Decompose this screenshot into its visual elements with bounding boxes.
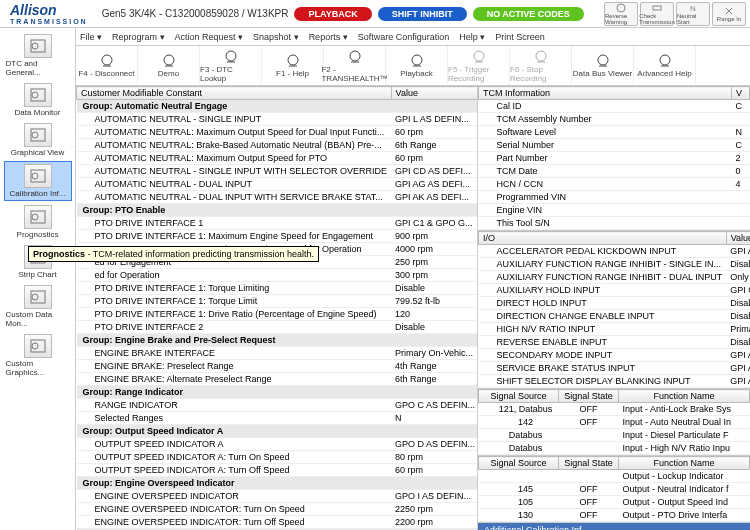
sidebar-item-1[interactable]: Data Monitor <box>4 81 72 119</box>
menu-item-0[interactable]: File ▾ <box>80 32 102 42</box>
constant-name[interactable]: AUTOMATIC NEUTRAL - DUAL INPUT WITH SERV… <box>77 191 392 204</box>
constant-value[interactable]: 6th Range <box>391 373 478 386</box>
group-row[interactable]: Group: PTO Enable <box>77 204 479 217</box>
constant-name[interactable]: PTO DRIVE INTERFACE 1: Drive Ratio (Perc… <box>77 308 392 321</box>
constant-value[interactable]: 2250 rpm <box>391 503 478 516</box>
toolbar-btn-9[interactable]: Advanced Help <box>634 46 696 85</box>
constant-name[interactable]: PTO DRIVE INTERFACE 1: Torque Limiting <box>77 282 392 295</box>
menu-item-1[interactable]: Reprogram ▾ <box>112 32 165 42</box>
constant-name[interactable]: ENGINE BRAKE: Alternate Preselect Range <box>77 373 392 386</box>
sig-func[interactable]: Output - Neutral Indicator f <box>619 483 750 496</box>
toolbar-btn-2[interactable]: F3 - DTC Lookup <box>200 46 262 85</box>
group-row[interactable]: Group: Engine Overspeed Indicator <box>77 477 479 490</box>
constant-value[interactable]: GPO I AS DEFIN... <box>391 490 478 503</box>
constant-value[interactable]: Disable <box>391 282 478 295</box>
menu-item-5[interactable]: Software Configuration <box>358 32 450 42</box>
io-header[interactable]: I/O <box>479 232 727 245</box>
io-name[interactable]: HIGH N/V RATIO INPUT <box>479 323 727 336</box>
neutral-start-icon[interactable]: NNeutral Start <box>676 2 710 26</box>
tcm-header[interactable]: TCM Information <box>479 87 732 100</box>
constant-name[interactable]: ENGINE OVERSPEED INDICATOR: Turn On Spee… <box>77 503 392 516</box>
io-name[interactable]: AUXILIARY FUNCTION RANGE INHIBIT - SINGL… <box>479 258 727 271</box>
group-row[interactable]: Group: Automatic Neutral Engage <box>77 100 479 113</box>
io-name[interactable]: REVERSE ENABLE INPUT <box>479 336 727 349</box>
constant-name[interactable]: PTO DRIVE INTERFACE 1: Torque Limit <box>77 295 392 308</box>
sig-source[interactable]: 105 <box>479 496 559 509</box>
constant-name[interactable]: PTO DRIVE INTERFACE 1: Maximum Engine Sp… <box>77 230 392 243</box>
toolbar-btn-3[interactable]: F1 - Help <box>262 46 324 85</box>
toolbar-btn-5[interactable]: Playback <box>386 46 448 85</box>
constant-value[interactable]: N <box>391 412 478 425</box>
col-constant[interactable]: Customer Modifiable Constant <box>77 87 392 100</box>
range-in-icon[interactable]: Range In <box>712 2 746 26</box>
constant-value[interactable]: GPI AG AS DEFI... <box>391 178 478 191</box>
sig-func[interactable]: Output - Lockup Indicator <box>619 470 750 483</box>
menu-item-3[interactable]: Snapshot ▾ <box>253 32 299 42</box>
tcm-name[interactable]: Engine VIN <box>479 204 732 217</box>
sig-source[interactable]: 142 <box>479 416 559 429</box>
tcm-name[interactable]: Part Number <box>479 152 732 165</box>
menu-item-7[interactable]: Print Screen <box>495 32 545 42</box>
sig-func[interactable]: Input - Diesel Particulate F <box>619 429 750 442</box>
constant-name[interactable]: ENGINE OVERSPEED INDICATOR <box>77 490 392 503</box>
sig-source[interactable]: 121, Databus <box>479 403 559 416</box>
col-value[interactable]: Value <box>391 87 478 100</box>
io-name[interactable]: SERVICE BRAKE STATUS INPUT <box>479 362 727 375</box>
constants-table[interactable]: Customer Modifiable ConstantValue Group:… <box>76 86 478 530</box>
io-name[interactable]: DIRECTION CHANGE ENABLE INPUT <box>479 310 727 323</box>
sig-func[interactable]: Input - High N/V Ratio Inpu <box>619 442 750 455</box>
constant-value[interactable]: Primary On-Vehic... <box>391 347 478 360</box>
sig-func[interactable]: Input - Anti-Lock Brake Sys <box>619 403 750 416</box>
reverse-warning-icon[interactable]: Reverse Warning <box>604 2 638 26</box>
tcm-name[interactable]: Serial Number <box>479 139 732 152</box>
constant-value[interactable]: GPO C AS DEFIN... <box>391 399 478 412</box>
sig-source[interactable]: Databus <box>479 442 559 455</box>
tcm-name[interactable]: HCN / CCN <box>479 178 732 191</box>
constant-value[interactable]: 120 <box>391 308 478 321</box>
io-name[interactable]: AUXILIARY HOLD INPUT <box>479 284 727 297</box>
sig-source[interactable]: Databus <box>479 429 559 442</box>
constant-name[interactable]: OUTPUT SPEED INDICATOR A: Turn Off Speed <box>77 464 392 477</box>
tcm-name[interactable]: This Tool S/N <box>479 217 732 230</box>
constant-value[interactable]: 4th Range <box>391 360 478 373</box>
constant-name[interactable]: AUTOMATIC NEUTRAL - DUAL INPUT <box>77 178 392 191</box>
sig-source[interactable]: 145 <box>479 483 559 496</box>
sidebar-item-6[interactable]: Custom Data Mon... <box>4 283 72 330</box>
toolbar-btn-1[interactable]: Demo <box>138 46 200 85</box>
menu-item-4[interactable]: Reports ▾ <box>309 32 348 42</box>
constant-name[interactable]: Selected Ranges <box>77 412 392 425</box>
constant-name[interactable]: AUTOMATIC NEUTRAL: Maximum Output Speed … <box>77 126 392 139</box>
constant-value[interactable]: Disable <box>391 321 478 334</box>
constant-name[interactable]: ENGINE BRAKE: Preselect Range <box>77 360 392 373</box>
constant-name[interactable]: ENGINE OVERSPEED INDICATOR: Turn Off Spe… <box>77 516 392 529</box>
constant-name[interactable]: OUTPUT SPEED INDICATOR A <box>77 438 392 451</box>
tcm-name[interactable]: TCM Assembly Number <box>479 113 732 126</box>
tcm-name[interactable]: Programmed VIN <box>479 191 732 204</box>
constant-value[interactable]: GPI C1 & GPO G... <box>391 217 478 230</box>
tcm-name[interactable]: Software Level <box>479 126 732 139</box>
tcm-name[interactable]: TCM Date <box>479 165 732 178</box>
constant-value[interactable]: GPI CD AS DEFI... <box>391 165 478 178</box>
sig-source[interactable]: 130 <box>479 509 559 522</box>
io-name[interactable]: SECONDARY MODE INPUT <box>479 349 727 362</box>
constant-value[interactable]: GPI AK AS DEFI... <box>391 191 478 204</box>
toolbar-btn-4[interactable]: F2 - TRANSHEALTH™ <box>324 46 386 85</box>
constant-value[interactable]: 250 rpm <box>391 256 478 269</box>
constant-value[interactable]: 900 rpm <box>391 230 478 243</box>
footer-bar[interactable]: Additional Calibration Inf <box>478 523 750 530</box>
signal-table-1[interactable]: Signal SourceSignal StateFunction Name 1… <box>478 389 750 455</box>
tcm-name[interactable]: Cal ID <box>479 100 732 113</box>
constant-value[interactable]: 300 rpm <box>391 269 478 282</box>
sig-func[interactable]: Input - Auto Neutral Dual In <box>619 416 750 429</box>
constant-name[interactable]: AUTOMATIC NEUTRAL - SINGLE INPUT WITH SE… <box>77 165 392 178</box>
constant-value[interactable]: 4000 rpm <box>391 243 478 256</box>
constant-value[interactable]: GPI L AS DEFIN... <box>391 113 478 126</box>
tcm-table[interactable]: TCM InformationV Cal IDCTCM Assembly Num… <box>478 86 750 230</box>
constant-value[interactable]: 60 rpm <box>391 464 478 477</box>
toolbar-btn-0[interactable]: F4 - Disconnect <box>76 46 138 85</box>
io-name[interactable]: SHIFT SELECTOR DISPLAY BLANKING INPUT <box>479 375 727 388</box>
io-name[interactable]: ACCELERATOR PEDAL KICKDOWN INPUT <box>479 245 727 258</box>
io-table[interactable]: I/OValue ACCELERATOR PEDAL KICKDOWN INPU… <box>478 231 750 388</box>
sidebar-item-0[interactable]: DTC and General... <box>4 32 72 79</box>
constant-value[interactable]: 60 rpm <box>391 152 478 165</box>
